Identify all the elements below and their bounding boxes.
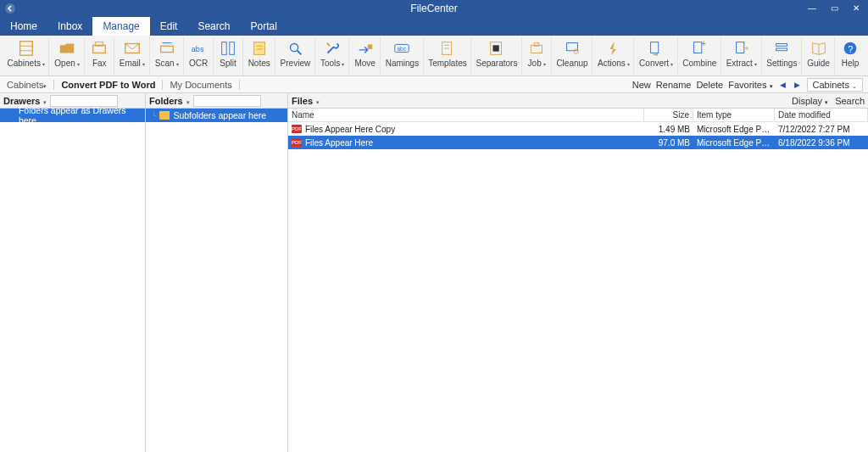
svg-rect-11 <box>230 42 235 55</box>
ribbon-split-button[interactable]: Split <box>214 37 243 75</box>
nav-prev-icon[interactable]: ◀ <box>778 81 787 89</box>
tree-branch-icon: └ <box>151 111 156 120</box>
ribbon-help-button[interactable]: ?Help <box>836 37 865 75</box>
ribbon-job-button[interactable]: Job <box>523 37 552 75</box>
ribbon-open-button[interactable]: Open <box>50 37 84 75</box>
ribbon-label: Settings <box>766 59 797 68</box>
ribbon-combine-button[interactable]: +Combine <box>679 37 721 75</box>
ocr-icon: abs <box>189 39 208 58</box>
svg-rect-17 <box>367 44 372 49</box>
chevron-down-icon <box>342 59 344 68</box>
ribbon-ocr-button[interactable]: absOCR <box>185 37 214 75</box>
favorites-dropdown[interactable]: Favorites ▾ <box>728 80 772 90</box>
col-date[interactable]: Date modified <box>775 109 868 121</box>
folders-filter-input[interactable] <box>193 95 261 107</box>
ribbon-label: Extract <box>726 59 753 68</box>
cabinets-icon <box>17 39 36 58</box>
chevron-down-icon <box>142 59 145 68</box>
guide-icon <box>810 39 828 58</box>
ribbon-scan-button[interactable]: Scan <box>151 37 184 75</box>
ribbon-tools-button[interactable]: Tools <box>316 37 349 75</box>
rename-button[interactable]: Rename <box>656 80 692 90</box>
drawers-menu-icon[interactable] <box>43 96 47 106</box>
ribbon-label: Notes <box>248 59 270 68</box>
back-button[interactable] <box>3 2 17 15</box>
delete-button[interactable]: Delete <box>696 80 723 90</box>
files-header: Files <box>292 96 313 106</box>
close-button[interactable]: ✕ <box>846 0 866 15</box>
col-name[interactable]: Name <box>288 109 644 121</box>
svg-rect-10 <box>222 42 227 55</box>
menu-tab-portal[interactable]: Portal <box>240 17 287 36</box>
ribbon-email-button[interactable]: Email <box>115 37 150 75</box>
col-type[interactable]: Item type <box>693 109 775 121</box>
menu-tab-manage[interactable]: Manage <box>92 17 149 36</box>
ribbon-preview-button[interactable]: Preview <box>276 37 315 75</box>
svg-rect-24 <box>492 45 498 51</box>
ribbon-label: Help <box>842 59 860 68</box>
files-panel: Files Display ▾ Search Name Size Item ty… <box>288 93 868 452</box>
svg-text:?: ? <box>848 44 853 54</box>
subtab-my-documents[interactable]: My Documents <box>163 80 239 90</box>
ribbon-fax-button[interactable]: Fax <box>86 37 114 75</box>
combine-icon: + <box>690 39 709 58</box>
menu-tab-inbox[interactable]: Inbox <box>47 17 92 36</box>
menu-tab-home[interactable]: Home <box>0 17 47 36</box>
ribbon-namings-button[interactable]: abcNamings <box>381 37 424 75</box>
cabinets-dropdown[interactable]: Cabinets ⌄ <box>807 78 863 92</box>
files-menu-icon[interactable] <box>316 96 320 106</box>
file-row[interactable]: PDFFiles Appear Here Copy1.49 MBMicrosof… <box>288 122 868 136</box>
email-icon <box>123 39 142 58</box>
ribbon-convert-button[interactable]: Convert <box>635 37 677 75</box>
drawer-item-label: Folders appear as Drawers here <box>19 105 145 126</box>
ribbon-label: Templates <box>428 59 467 68</box>
minimize-button[interactable]: — <box>802 0 822 15</box>
ribbon-separators-button[interactable]: Separators <box>472 37 522 75</box>
svg-rect-1 <box>19 42 32 56</box>
folders-menu-icon[interactable] <box>186 96 190 106</box>
chevron-down-icon <box>754 59 757 68</box>
menu-tab-search[interactable]: Search <box>187 17 240 36</box>
app-title: FileCenter <box>410 3 457 14</box>
svg-point-28 <box>574 49 579 53</box>
chevron-down-icon <box>627 59 630 68</box>
ribbon-label: Convert <box>639 59 669 68</box>
ribbon-templates-button[interactable]: Templates <box>425 37 471 75</box>
ribbon-notes-button[interactable]: Notes <box>244 37 275 75</box>
display-dropdown[interactable]: Display ▾ <box>792 96 828 106</box>
svg-rect-12 <box>253 42 264 55</box>
ribbon-cabinets-button[interactable]: Cabinets <box>3 37 49 75</box>
subtab-cabinets[interactable]: Cabinets <box>0 80 54 90</box>
search-link[interactable]: Search <box>835 96 865 106</box>
file-size: 1.49 MB <box>644 125 693 134</box>
folder-item[interactable]: └ Subfolders appear here <box>146 109 287 122</box>
ribbon-settings-button[interactable]: Settings <box>763 37 803 75</box>
ribbon-cleanup-button[interactable]: Cleanup <box>553 37 593 75</box>
actions-icon <box>604 39 623 58</box>
ribbon-label: Cleanup <box>556 59 587 68</box>
file-row[interactable]: PDFFiles Appear Here97.0 MBMicrosoft Edg… <box>288 136 868 149</box>
new-button[interactable]: New <box>632 80 651 90</box>
ribbon-move-button[interactable]: Move <box>350 37 381 75</box>
ribbon-extract-button[interactable]: Extract <box>722 37 762 75</box>
ribbon-actions-button[interactable]: Actions <box>593 37 634 75</box>
col-size[interactable]: Size <box>644 109 693 121</box>
menu-tab-edit[interactable]: Edit <box>150 17 188 36</box>
pdf-icon: PDF <box>292 138 302 147</box>
ribbon-guide-button[interactable]: Guide <box>803 37 835 75</box>
file-size: 97.0 MB <box>644 138 693 148</box>
sub-nav-bar: CabinetsConvert PDF to WordMy Documents … <box>0 76 868 93</box>
nav-next-icon[interactable]: ▶ <box>793 81 802 89</box>
fax-icon <box>90 39 108 58</box>
svg-rect-34 <box>776 48 787 51</box>
file-name: Files Appear Here <box>305 138 373 148</box>
preview-icon <box>286 39 304 58</box>
drawers-panel: Drawers Folders appear as Drawers here <box>0 93 146 452</box>
scan-icon <box>158 39 176 58</box>
folders-header: Folders <box>149 96 183 106</box>
file-type: Microsoft Edge PD... <box>693 138 775 148</box>
drawer-item[interactable]: Folders appear as Drawers here <box>0 109 145 122</box>
maximize-button[interactable]: ▭ <box>824 0 844 15</box>
notes-icon <box>250 39 269 58</box>
subtab-convert-pdf-to-word[interactable]: Convert PDF to Word <box>54 80 163 90</box>
